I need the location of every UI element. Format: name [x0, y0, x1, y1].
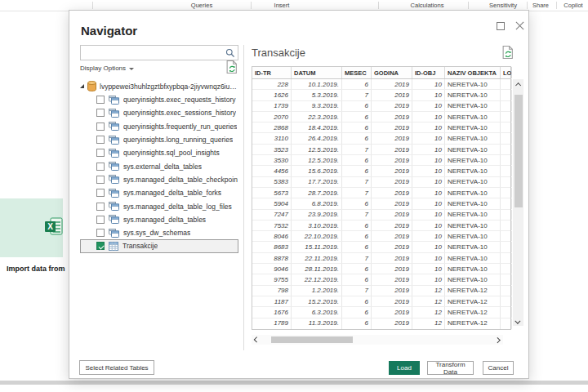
checkbox[interactable] [96, 216, 105, 224]
table-row: 904628.11.2019.6201910NERETVA-10 [252, 264, 510, 274]
table-cell: 7 [342, 177, 372, 187]
v-scroll-thumb[interactable] [514, 95, 523, 207]
table-cell: NERETVA-10 [445, 145, 501, 154]
table-cell: 11.3.2019. [292, 318, 342, 329]
preview-title: Transakcije [252, 47, 305, 59]
tree-item[interactable]: sys.managed_delta_table_forks [80, 186, 238, 199]
table-cell: NERETVA-10 [445, 112, 501, 122]
table-cell: 12 [412, 296, 445, 306]
cancel-button[interactable]: Cancel [483, 361, 514, 375]
display-options-dropdown[interactable]: Display Options [80, 65, 134, 72]
table-cell: 10 [412, 198, 445, 208]
checkbox[interactable] [96, 122, 105, 131]
table-cell: 2019 [372, 274, 412, 284]
tree-item[interactable]: sys.external_delta_tables [80, 159, 238, 172]
checkbox[interactable] [96, 242, 105, 250]
column-header: ID-OBJ [412, 67, 445, 78]
excel-icon: X [45, 217, 63, 235]
checkbox[interactable] [96, 176, 105, 184]
table-cell: 6 [342, 231, 372, 241]
table-row: 16766.3.2019.6201912NERETVA-12 [252, 307, 510, 318]
checkbox[interactable] [96, 229, 105, 237]
table-row: 16265.3.2019.7201910NERETVA-10 [252, 90, 510, 100]
table-cell: 6 [342, 101, 372, 111]
database-icon [87, 81, 96, 91]
table-cell: 2019 [372, 90, 412, 100]
preview-table: ID-TRDATUMMESECGODINAID-OBJNAZIV OBJEKTA… [252, 66, 511, 330]
h-scrollbar[interactable] [252, 335, 503, 345]
table-row: 887822.11.2019.7201910NERETVA-10 [252, 253, 510, 264]
table-cell [501, 220, 512, 230]
h-scroll-thumb[interactable] [271, 336, 353, 343]
scroll-up-icon[interactable] [513, 79, 523, 89]
scroll-down-icon[interactable] [513, 316, 523, 326]
table-cell: 10 [412, 177, 445, 187]
scroll-left-icon[interactable] [252, 335, 262, 345]
table-cell: 15.6.2019. [292, 166, 342, 176]
table-cell: 2070 [252, 112, 292, 122]
table-cell [501, 242, 512, 252]
table-cell [501, 188, 512, 198]
table-cell: 12 [412, 318, 445, 329]
close-icon[interactable] [514, 20, 524, 30]
scroll-right-icon[interactable] [492, 335, 503, 345]
table-cell: NERETVA-10 [445, 274, 501, 284]
table-cell: 10 [412, 155, 445, 165]
expand-triangle-icon[interactable] [80, 84, 84, 88]
table-cell: 2019 [372, 112, 412, 122]
tree-item[interactable]: queryinsights.exec_sessions_history [80, 106, 238, 119]
tree-item-label: sys.sys_dw_schemas [123, 229, 190, 237]
table-cell: 2019 [372, 177, 412, 187]
table-row: 118715.2.2019.6201912NERETVA-12 [252, 296, 510, 307]
tree-item-label: sys.managed_delta_table_checkpoints [123, 176, 238, 184]
checkbox[interactable] [96, 189, 105, 197]
tree-item-label: queryinsights.exec_requests_history [123, 96, 236, 104]
table-cell: 1.2.2019. [292, 286, 342, 296]
checkbox[interactable] [96, 149, 105, 157]
table-icon [109, 242, 118, 251]
table-cell: 6 [342, 318, 372, 329]
select-related-tables-button[interactable]: Select Related Tables [79, 360, 154, 375]
table-cell [501, 155, 512, 165]
tree-item[interactable]: queryinsights.frequently_run_queries [80, 120, 238, 133]
table-row: 59046.8.2019.6201910NERETVA-10 [252, 198, 510, 209]
v-scrollbar[interactable] [513, 79, 523, 326]
table-cell: 10 [412, 264, 445, 274]
tree-item[interactable]: sys.managed_delta_table_log_files [80, 199, 238, 212]
navigator-tree: queryinsights.exec_requests_history [80, 93, 238, 253]
table-row: 17399.3.2019.6201910NERETVA-10 [252, 101, 510, 112]
maximize-icon[interactable] [497, 22, 505, 30]
checkbox[interactable] [96, 136, 105, 144]
tree-item[interactable]: queryinsights.long_running_queries [80, 133, 238, 146]
tree-item[interactable]: queryinsights.exec_requests_history [80, 93, 238, 106]
tree-item[interactable]: sys.managed_delta_table_checkpoints [80, 173, 238, 186]
transform-data-button[interactable]: Transform Data [427, 361, 474, 375]
tree-item[interactable]: sys.managed_delta_tables [80, 213, 238, 226]
table-cell: 4456 [252, 166, 292, 176]
table-cell: 7 [342, 145, 372, 154]
table-cell: 10 [412, 145, 445, 154]
ribbon-separator [468, 2, 469, 9]
table-cell: 6 [342, 307, 372, 317]
table-cell: 6 [342, 122, 372, 132]
table-cell: 1789 [252, 318, 292, 329]
tree-root[interactable]: lvyppewei3huhlzgztbfxypbqa-2jiyvwnqz6iu3… [80, 80, 238, 92]
table-cell: NERETVA-10 [445, 198, 501, 208]
tree-item[interactable]: Transakcije [80, 239, 238, 252]
checkbox[interactable] [96, 203, 105, 211]
table-cell: NERETVA-10 [445, 210, 501, 220]
search-box[interactable] [80, 45, 238, 60]
table-cell [501, 318, 512, 329]
load-button[interactable]: Load [389, 361, 420, 375]
tree-item[interactable]: sys.sys_dw_schemas [80, 226, 238, 239]
checkbox[interactable] [96, 109, 105, 117]
table-cell [501, 296, 512, 306]
refresh-list-icon[interactable] [226, 60, 238, 74]
tree-item-label: queryinsights.exec_sessions_history [123, 109, 236, 117]
tree-item[interactable]: queryinsights.sql_pool_insights [80, 146, 238, 159]
checkbox[interactable] [96, 96, 105, 104]
checkbox[interactable] [96, 163, 105, 171]
refresh-preview-icon[interactable] [502, 46, 514, 59]
table-cell: 2019 [372, 296, 412, 306]
search-input[interactable] [81, 46, 225, 60]
